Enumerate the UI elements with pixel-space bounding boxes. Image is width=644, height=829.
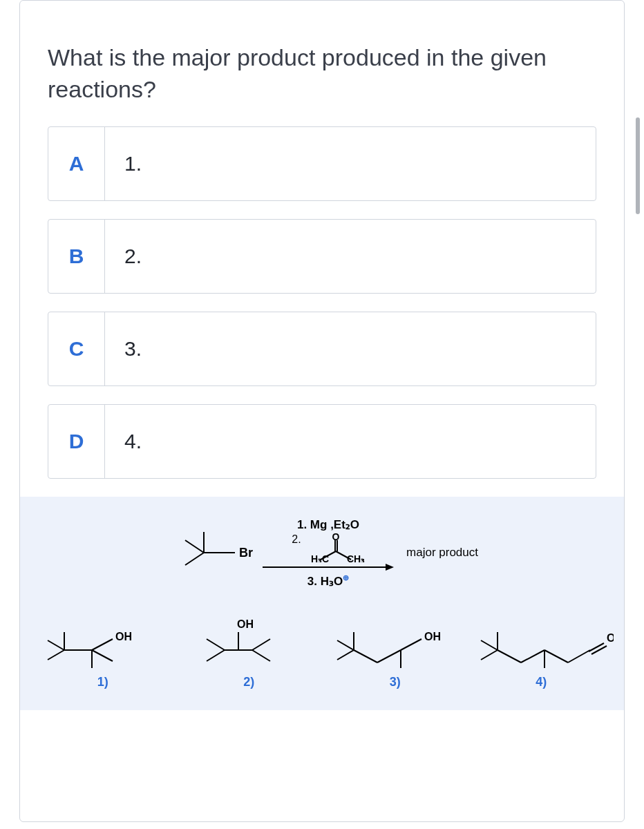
bromide-label: Br <box>239 546 253 560</box>
svg-text:OH: OH <box>424 631 441 642</box>
svg-line-34 <box>401 639 422 650</box>
option-d[interactable]: D 4. <box>48 404 596 479</box>
product-2: OH 2) <box>176 616 323 689</box>
option-label: 3. <box>105 312 596 385</box>
product-number: 1) <box>30 675 176 689</box>
svg-text:H₃C: H₃C <box>311 553 329 562</box>
svg-line-21 <box>207 639 225 650</box>
svg-line-15 <box>48 640 64 650</box>
svg-line-37 <box>481 650 498 660</box>
question-card: What is the major product produced in th… <box>19 0 625 822</box>
product-3: OH 3) <box>322 616 468 689</box>
svg-line-2 <box>185 540 204 553</box>
svg-line-43 <box>568 650 590 663</box>
product-number: 4) <box>468 675 615 689</box>
product-1: OH 1) <box>30 616 176 689</box>
svg-text:OH: OH <box>115 631 132 642</box>
options-list: A 1. B 2. C 3. D 4. <box>20 126 624 479</box>
svg-line-14 <box>48 650 64 660</box>
reaction-scheme: Br 1. Mg ,Et₂O 2. O <box>27 517 617 589</box>
svg-line-29 <box>337 650 354 660</box>
option-label: 4. <box>105 405 596 478</box>
reaction-arrow <box>263 562 394 572</box>
option-letter: B <box>48 220 105 293</box>
option-letter: A <box>48 127 105 200</box>
reagent-step3-label: H₃O <box>321 574 343 587</box>
arrow-result-label: major product <box>406 546 478 560</box>
svg-marker-12 <box>386 564 394 571</box>
option-a[interactable]: A 1. <box>48 126 596 201</box>
acetone-structure: O H₃C CH₃ <box>310 533 365 562</box>
svg-line-32 <box>377 650 401 663</box>
svg-line-1 <box>185 553 204 565</box>
reagent-step3-charge: ⊕ <box>343 573 349 582</box>
scrollbar-thumb[interactable] <box>636 117 640 214</box>
product-choices: OH 1) OH 2) <box>27 616 617 689</box>
reaction-diagram: Br 1. Mg ,Et₂O 2. O <box>20 497 624 711</box>
svg-text:CH₃: CH₃ <box>347 553 365 562</box>
reagents-block: 1. Mg ,Et₂O 2. O H₃C <box>263 517 394 589</box>
svg-line-39 <box>498 650 521 663</box>
svg-text:OH: OH <box>237 618 254 630</box>
svg-line-19 <box>92 650 113 661</box>
option-letter: C <box>48 312 105 385</box>
option-c[interactable]: C 3. <box>48 312 596 386</box>
reagent-step2-prefix: 2. <box>292 533 301 546</box>
product-4: O 4) <box>468 616 615 689</box>
option-letter: D <box>48 405 105 478</box>
svg-line-31 <box>354 650 377 663</box>
svg-line-25 <box>252 650 270 661</box>
svg-line-44 <box>589 643 604 651</box>
svg-line-40 <box>521 650 544 663</box>
option-b[interactable]: B 2. <box>48 219 596 294</box>
svg-text:O: O <box>332 533 339 542</box>
option-label: 2. <box>105 220 596 293</box>
option-label: 1. <box>105 127 596 200</box>
svg-line-38 <box>481 640 498 650</box>
product-number: 2) <box>176 675 323 689</box>
svg-line-24 <box>252 639 270 650</box>
svg-text:O: O <box>607 632 614 644</box>
product-number: 3) <box>322 675 468 689</box>
reagent-step1: 1. Mg ,Et₂O <box>263 517 394 532</box>
question-text: What is the major product produced in th… <box>20 1 624 126</box>
svg-line-45 <box>591 646 607 654</box>
svg-line-30 <box>337 640 354 650</box>
svg-line-18 <box>92 639 113 650</box>
svg-line-42 <box>544 650 568 663</box>
svg-line-22 <box>207 650 225 661</box>
starting-material-structure <box>166 518 242 587</box>
reagent-step3-prefix: 3. <box>307 574 317 587</box>
